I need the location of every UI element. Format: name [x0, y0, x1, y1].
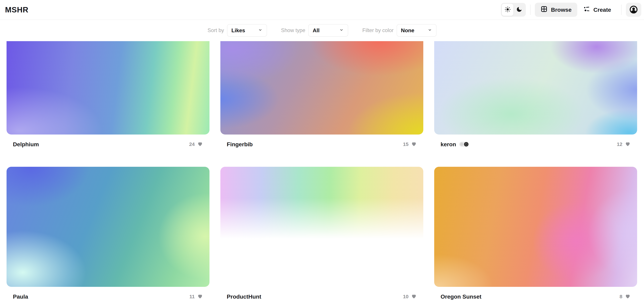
show-type-label: Show type: [281, 27, 306, 33]
gradient-card: ProductHunt 10: [220, 167, 423, 300]
gradient-title: keron: [440, 140, 456, 148]
animated-badge: [459, 142, 469, 147]
grid-icon: [540, 6, 548, 14]
browse-button-label: Browse: [551, 7, 572, 13]
heart-icon: [197, 293, 203, 300]
gradient-thumbnail[interactable]: [6, 167, 210, 287]
filter-color-label: Filter by color: [362, 27, 394, 33]
like-count: 11: [189, 294, 195, 299]
show-type-value: All: [312, 27, 320, 34]
show-type-group: Show type All: [281, 24, 348, 37]
gradient-thumbnail[interactable]: [220, 41, 423, 134]
header-divider: [621, 5, 622, 15]
filter-color-value: None: [401, 27, 414, 34]
gradient-card: Delphium 24: [6, 41, 210, 148]
gradient-title: ProductHunt: [227, 293, 261, 300]
card-meta: Fingerbib 15: [220, 140, 423, 148]
app-logo[interactable]: MSHR: [5, 5, 28, 14]
heart-icon: [197, 141, 203, 147]
account-button[interactable]: [626, 3, 641, 17]
like-count: 10: [403, 294, 408, 299]
gradient-card: Paula 11: [6, 167, 210, 300]
gradient-title: Oregon Sunset: [440, 293, 482, 300]
badge-dot: [460, 142, 464, 146]
chevron-down-icon: [428, 27, 432, 34]
card-meta: Delphium 24: [6, 140, 210, 148]
show-type-select[interactable]: All: [308, 24, 348, 37]
app-header: MSHR: [0, 0, 644, 20]
create-button-label: Create: [593, 7, 611, 13]
likes-button[interactable]: 24: [189, 141, 203, 147]
gradient-card: keron 12: [434, 41, 637, 148]
gradient-thumbnail[interactable]: [434, 41, 637, 134]
gradient-card: Oregon Sunset 8: [434, 167, 637, 300]
theme-dark-option[interactable]: [513, 4, 525, 16]
sliders-icon: [583, 6, 590, 14]
like-count: 24: [189, 141, 195, 147]
browse-button[interactable]: Browse: [535, 3, 577, 17]
heart-icon: [625, 141, 631, 147]
filter-bar: Sort by Likes Show type All Filter by co…: [0, 24, 644, 37]
moon-icon: [516, 6, 522, 13]
user-circle-icon: [629, 5, 638, 15]
like-count: 12: [617, 141, 622, 147]
heart-icon: [625, 293, 631, 300]
filter-color-select[interactable]: None: [397, 24, 436, 37]
gradient-title: Fingerbib: [227, 140, 253, 148]
sort-by-label: Sort by: [208, 27, 224, 33]
header-divider: [530, 5, 530, 15]
gradient-title: Paula: [13, 293, 28, 300]
sun-icon: [504, 6, 511, 13]
chevron-down-icon: [258, 27, 263, 34]
sort-by-select[interactable]: Likes: [227, 24, 267, 37]
gradient-thumbnail[interactable]: [6, 41, 210, 134]
like-count: 15: [403, 141, 408, 147]
badge-dot: [464, 142, 468, 146]
likes-button[interactable]: 11: [189, 293, 203, 300]
card-meta: ProductHunt 10: [220, 293, 423, 300]
gradient-title: Delphium: [13, 140, 39, 148]
likes-button[interactable]: 12: [617, 141, 631, 147]
sort-by-value: Likes: [232, 27, 245, 34]
like-count: 8: [620, 294, 622, 299]
gradient-thumbnail[interactable]: [434, 167, 637, 287]
theme-toggle[interactable]: [501, 3, 526, 17]
card-meta: Paula 11: [6, 293, 210, 300]
likes-button[interactable]: 15: [403, 141, 417, 147]
likes-button[interactable]: 8: [620, 293, 631, 300]
theme-light-option[interactable]: [502, 4, 513, 16]
heart-icon: [411, 141, 417, 147]
heart-icon: [411, 293, 417, 300]
filter-color-group: Filter by color None: [362, 24, 436, 37]
sort-by-group: Sort by Likes: [208, 24, 267, 37]
gradient-grid: Delphium 24 Fingerbib 15 keron: [0, 37, 644, 300]
header-actions: Browse Create: [501, 3, 641, 17]
chevron-down-icon: [339, 27, 344, 34]
gradient-thumbnail[interactable]: [220, 167, 423, 287]
likes-button[interactable]: 10: [403, 293, 417, 300]
create-button[interactable]: Create: [577, 3, 617, 17]
card-meta: keron 12: [434, 140, 637, 148]
gradient-card: Fingerbib 15: [220, 41, 423, 148]
card-meta: Oregon Sunset 8: [434, 293, 637, 300]
